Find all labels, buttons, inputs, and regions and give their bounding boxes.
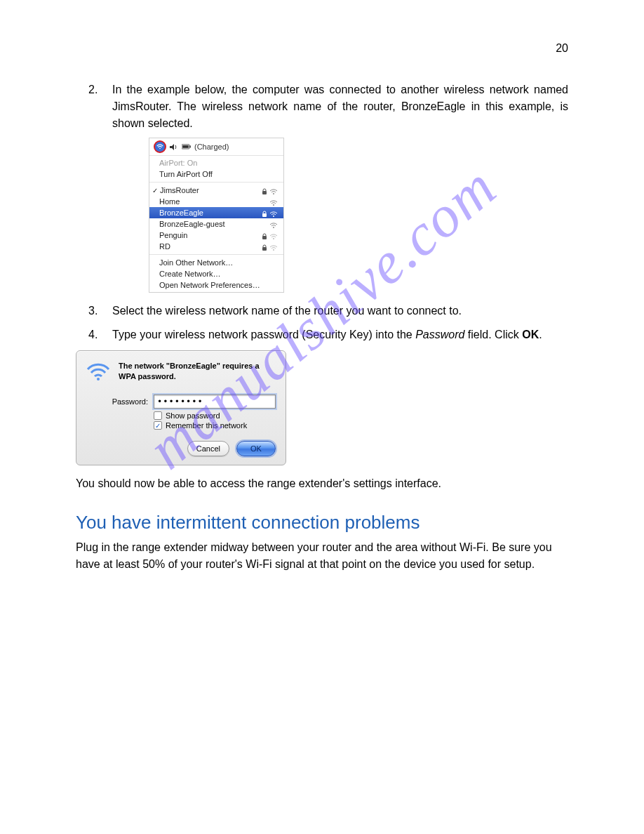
page-content: 2. In the example below, the computer wa… bbox=[76, 81, 568, 573]
step-text: Select the wireless network name of the … bbox=[112, 305, 462, 317]
step-text: In the example below, the computer was c… bbox=[112, 84, 568, 129]
turn-airport-off[interactable]: Turn AirPort Off bbox=[149, 168, 283, 180]
svg-point-9 bbox=[273, 227, 274, 228]
network-item-jimsrouter[interactable]: ✓JimsRouter bbox=[149, 185, 283, 196]
step-text: Type your wireless network password (Sec… bbox=[112, 329, 542, 340]
svg-rect-2 bbox=[182, 145, 189, 148]
remember-network-label: Remember this network bbox=[166, 421, 247, 430]
wifi-large-icon bbox=[86, 361, 110, 382]
lock-icon bbox=[262, 187, 267, 194]
result-text: You should now be able to access the ran… bbox=[76, 475, 568, 492]
wifi-signal-icon bbox=[269, 243, 278, 250]
step-number: 3. bbox=[88, 303, 98, 319]
password-field-name: Password bbox=[415, 329, 464, 340]
checkmark-icon: ✓ bbox=[152, 185, 158, 196]
airport-menu-figure: (Charged) AirPort: On Turn AirPort Off bbox=[149, 138, 284, 293]
numbered-steps: 2. In the example below, the computer wa… bbox=[76, 81, 568, 343]
show-password-checkbox[interactable]: Show password bbox=[154, 411, 276, 420]
wifi-password-dialog: The network "BronzeEagle" requires a WPA… bbox=[76, 350, 286, 465]
svg-rect-10 bbox=[262, 236, 267, 239]
network-list: ✓JimsRouter Home bbox=[149, 183, 283, 253]
svg-rect-12 bbox=[262, 247, 267, 251]
ok-word: OK bbox=[522, 329, 539, 340]
password-input[interactable]: •••••••• bbox=[154, 395, 276, 409]
show-password-label: Show password bbox=[166, 411, 220, 420]
cancel-button[interactable]: Cancel bbox=[187, 441, 229, 456]
open-network-preferences[interactable]: Open Network Preferences… bbox=[149, 279, 283, 291]
remember-network-checkbox[interactable]: ✓ Remember this network bbox=[154, 421, 276, 430]
wifi-menubar-icon[interactable] bbox=[154, 140, 166, 153]
svg-point-14 bbox=[97, 378, 100, 380]
network-item-penguin[interactable]: Penguin bbox=[149, 230, 283, 241]
menubar: (Charged) bbox=[149, 138, 283, 156]
svg-point-13 bbox=[273, 249, 274, 251]
network-item-rd[interactable]: RD bbox=[149, 241, 283, 252]
svg-point-0 bbox=[159, 148, 161, 150]
join-other-network[interactable]: Join Other Network… bbox=[149, 257, 283, 268]
password-label: Password: bbox=[86, 397, 154, 406]
ok-button[interactable]: OK bbox=[236, 441, 276, 456]
step-4: 4. Type your wireless network password (… bbox=[76, 326, 568, 343]
section-heading-intermittent: You have intermittent connection problem… bbox=[76, 512, 568, 534]
page-number: 20 bbox=[556, 42, 568, 55]
airport-status: AirPort: On bbox=[149, 157, 283, 168]
create-network[interactable]: Create Network… bbox=[149, 268, 283, 279]
battery-icon[interactable] bbox=[182, 143, 192, 151]
network-item-home[interactable]: Home bbox=[149, 196, 283, 207]
document-page: 20 manualshive.com 2. In the example bel… bbox=[0, 0, 644, 635]
svg-rect-3 bbox=[189, 145, 191, 147]
step-3: 3. Select the wireless network name of t… bbox=[76, 303, 568, 319]
wifi-signal-icon bbox=[269, 209, 278, 216]
step-number: 2. bbox=[88, 81, 98, 98]
lock-icon bbox=[262, 232, 267, 239]
network-item-bronzeeagle-guest[interactable]: BronzeEagle-guest bbox=[149, 218, 283, 230]
svg-point-8 bbox=[273, 216, 274, 217]
wifi-signal-icon bbox=[269, 198, 278, 205]
svg-rect-7 bbox=[262, 213, 267, 217]
svg-point-5 bbox=[273, 193, 274, 194]
wifi-signal-icon bbox=[269, 187, 278, 194]
checkbox-icon bbox=[154, 411, 162, 420]
wifi-signal-icon bbox=[269, 220, 278, 227]
section-body-intermittent: Plug in the range extender midway betwee… bbox=[76, 539, 568, 573]
step-2: 2. In the example below, the computer wa… bbox=[76, 81, 568, 293]
battery-status-text: (Charged) bbox=[194, 141, 229, 153]
step-number: 4. bbox=[88, 326, 98, 343]
svg-rect-4 bbox=[262, 191, 267, 194]
svg-point-11 bbox=[273, 238, 274, 239]
network-item-bronzeeagle[interactable]: BronzeEagle bbox=[149, 207, 283, 218]
lock-icon bbox=[262, 243, 267, 250]
wifi-signal-icon bbox=[269, 232, 278, 239]
svg-point-6 bbox=[273, 204, 274, 206]
checkbox-icon: ✓ bbox=[154, 421, 162, 430]
volume-icon[interactable] bbox=[169, 143, 179, 151]
lock-icon bbox=[262, 209, 267, 216]
dialog-message: The network "BronzeEagle" requires a WPA… bbox=[119, 361, 276, 382]
